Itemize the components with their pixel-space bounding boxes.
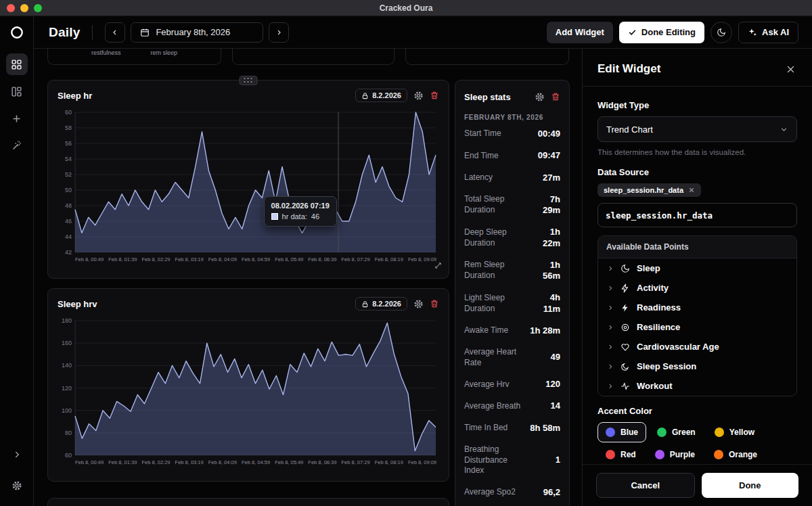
stat-row: Total Sleep Duration 7h 29m [464,189,560,222]
data-point-workout[interactable]: Workout [598,376,796,396]
chevron-left-icon [111,28,119,37]
sidebar-item-add[interactable] [6,108,28,129]
add-widget-label: Add Widget [556,27,604,37]
widget-delete-button[interactable] [430,91,439,100]
cancel-button[interactable]: Cancel [596,473,695,498]
topbar: Daily February 8th, 2026 Add Widget [34,16,812,49]
data-point-label: Readiness [637,302,681,313]
available-data-points-header: Available Data Points [598,236,796,258]
color-label: Green [672,428,696,437]
partial-widget-sleep-stages[interactable]: restfulness rem sleep [47,49,221,65]
sidebar-settings-button[interactable] [6,475,28,497]
stat-value: 120 [545,379,560,390]
widget-delete-button[interactable] [551,92,560,101]
widget-date-label: 8.2.2026 [372,91,401,99]
svg-text:60: 60 [65,452,72,458]
data-point-cardiovascular-age[interactable]: Cardiovascular Age [598,337,796,356]
trash-icon [430,91,439,100]
gear-icon [413,91,424,101]
stat-label: Average Spo2 [464,487,516,498]
sidebar-item-layouts[interactable] [6,80,28,102]
data-point-activity[interactable]: Activity [598,278,796,298]
widget-settings-button[interactable] [413,91,424,101]
ask-ai-label: Ask AI [762,27,789,37]
sidebar-item-dashboard[interactable] [6,53,28,75]
date-picker-button[interactable]: February 8th, 2026 [131,22,263,43]
data-point-label: Sleep [637,263,660,273]
lock-icon [361,92,369,99]
wand-icon [11,140,22,152]
prev-day-button[interactable] [105,22,125,43]
app-window: Cracked Oura [0,0,812,506]
accent-color-green[interactable]: Green [649,422,704,442]
ask-ai-button[interactable]: Ask AI [738,22,798,43]
stat-label: Time In Bed [464,423,508,434]
chevron-right-icon [607,344,614,350]
accent-color-blue[interactable]: Blue [597,422,646,442]
remove-tag-button[interactable] [688,187,695,193]
widget-settings-button[interactable] [413,299,424,309]
accent-color-yellow[interactable]: Yellow [706,422,763,442]
sleep-stats-rows: Start Time 00:49 End Time 09:47 Latency … [464,123,560,506]
widget-date-chip[interactable]: 8.2.2026 [355,297,407,310]
widget-settings-button[interactable] [535,92,545,102]
color-label: Yellow [729,428,754,437]
data-point-label: Workout [637,381,672,391]
stat-row: Latency 27m [464,167,560,189]
data-point-sleep-session[interactable]: Sleep Session [598,356,796,376]
data-source-label: Data Source [597,167,797,177]
drag-handle[interactable] [240,76,258,85]
stat-row: Rem Sleep Duration 1h 56m [464,254,560,288]
svg-text:52: 52 [65,171,72,178]
stat-row: Average Heart Rate 49 [464,342,560,373]
done-editing-button[interactable]: Done Editing [619,22,704,43]
color-label: Blue [621,428,638,437]
dashboard: restfulness rem sleep Sleep h [34,49,582,506]
done-button[interactable]: Done [702,473,799,498]
sparkles-icon [748,28,757,37]
widget-date-chip[interactable]: 8.2.2026 [355,89,407,102]
partial-widget-3[interactable] [405,49,569,65]
add-widget-button[interactable]: Add Widget [547,22,613,43]
chevron-right-icon [607,304,614,311]
close-icon [786,64,796,74]
accent-color-red[interactable]: Red [597,444,644,464]
partial-bottom-widget[interactable] [47,498,449,506]
close-panel-button[interactable] [784,63,797,76]
sidebar-collapse-button[interactable] [6,444,28,465]
color-label: Orange [729,450,757,459]
x-tick-label: Feb 8, 04:09 [208,256,237,262]
trash-icon [551,92,560,101]
stat-label: Rem Sleep Duration [464,260,524,281]
data-point-readiness[interactable]: Readiness [598,298,796,317]
widget-date-label: 8.2.2026 [372,300,401,308]
stat-row: Deep Sleep Duration 1h 22m [464,221,560,254]
accent-color-orange[interactable]: Orange [706,444,765,464]
accent-color-purple[interactable]: Purple [647,444,703,464]
stat-row: Average Hrv 120 [464,373,560,395]
widget-delete-button[interactable] [430,299,439,308]
partial-widget-2[interactable] [232,49,394,65]
done-label: Done [739,480,761,490]
data-point-resilience[interactable]: Resilience [598,317,796,337]
chevron-right-icon [275,28,283,37]
stat-label: Latency [464,172,493,183]
chevron-right-icon [607,265,614,272]
x-tick-label: Feb 8, 05:49 [275,459,303,465]
minimize-window-button[interactable] [20,4,28,12]
next-day-button[interactable] [269,22,289,43]
resize-handle-icon[interactable] [434,260,443,273]
data-source-input[interactable] [597,203,797,227]
widget-type-select[interactable]: Trend Chart [597,116,797,142]
maximize-window-button[interactable] [34,4,42,12]
sleep-hr-chart[interactable]: 42444648505254565860 [58,108,439,255]
data-point-sleep[interactable]: Sleep [598,258,796,278]
widget-title: Sleep stats [464,92,511,102]
sleep-hrv-chart[interactable]: 6080100120140160180 [58,316,439,458]
sidebar-item-magic[interactable] [6,135,28,156]
x-tick-label: Feb 8, 02:29 [141,459,170,465]
close-window-button[interactable] [7,4,15,12]
stat-label: Average Heart Rate [464,347,524,368]
theme-toggle-button[interactable] [710,22,732,43]
heart-icon [621,342,630,352]
